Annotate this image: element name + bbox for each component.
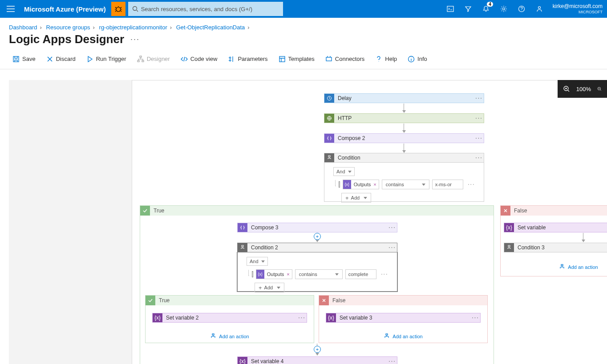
tenant-name: MICROSOFT: [553, 10, 603, 15]
breadcrumb: Dashboard› Resource groups› rg-objectrep…: [0, 18, 607, 31]
crumb-resource-groups[interactable]: Resource groups: [46, 24, 90, 31]
zoom-level: 100%: [576, 86, 591, 92]
crumb-logicapp[interactable]: Get-ObjectReplicationData: [176, 24, 245, 31]
svg-point-1: [133, 7, 137, 11]
add-row-button[interactable]: Add: [255, 283, 284, 292]
card-menu[interactable]: ···: [474, 154, 484, 162]
compose2-card[interactable]: Compose 2 ···: [324, 133, 484, 143]
condition3-card[interactable]: Condition 3: [504, 243, 607, 252]
zoom-out-icon[interactable]: [597, 85, 602, 92]
svg-rect-8: [138, 60, 139, 62]
title-more-menu[interactable]: ···: [130, 35, 140, 44]
help-icon[interactable]: [513, 0, 530, 18]
global-search[interactable]: Search resources, services, and docs (G+…: [128, 2, 283, 16]
zoom-in-icon[interactable]: [563, 85, 570, 92]
x-icon: [319, 296, 329, 305]
condition-group-operator[interactable]: And: [333, 167, 355, 176]
card-menu[interactable]: ···: [387, 244, 397, 252]
connectors-button[interactable]: Connectors: [325, 56, 364, 63]
insert-step-button[interactable]: +: [314, 233, 321, 240]
add-action-link[interactable]: Add an action: [145, 331, 314, 342]
remove-token-icon[interactable]: ×: [287, 272, 291, 277]
notification-badge: 4: [487, 2, 493, 7]
check-icon: [146, 296, 155, 305]
help-button[interactable]: Help: [375, 56, 397, 63]
card-menu[interactable]: ···: [297, 314, 307, 322]
arrow: [404, 124, 404, 132]
setvar4-card[interactable]: {x} Set variable 4 ···: [237, 356, 397, 364]
zoom-control[interactable]: 100%: [558, 80, 607, 98]
operator-select[interactable]: contains: [382, 180, 429, 189]
value-input[interactable]: complete: [345, 269, 376, 279]
card-menu[interactable]: ···: [387, 357, 397, 364]
operator-select[interactable]: contains: [295, 269, 343, 279]
designer-canvas[interactable]: 100% Delay ··· HTTP ··· Compose 2 ··· Co…: [9, 80, 607, 364]
row-menu[interactable]: ···: [379, 270, 390, 278]
preview-bug-icon[interactable]: [111, 2, 125, 16]
setvar3-card[interactable]: {x} Set variable 3 ···: [326, 313, 481, 323]
parameters-button[interactable]: Parameters: [228, 56, 267, 63]
arrow: [404, 144, 404, 152]
templates-button[interactable]: Templates: [279, 56, 315, 63]
settings-icon[interactable]: [495, 0, 513, 18]
svg-rect-7: [140, 56, 142, 57]
page-title: Logic Apps Designer: [9, 32, 124, 46]
svg-rect-11: [326, 57, 332, 61]
code-view-button[interactable]: Code view: [181, 56, 218, 63]
search-icon: [132, 6, 138, 12]
http-card[interactable]: HTTP ···: [324, 113, 484, 123]
condition2-card[interactable]: Condition 2 ···: [237, 243, 397, 252]
setvar-card[interactable]: {x} Set variable: [504, 223, 607, 232]
insert-step-button[interactable]: +: [314, 346, 321, 353]
row-checkbox[interactable]: [252, 271, 253, 277]
svg-rect-17: [328, 156, 330, 157]
designer-button: Designer: [137, 56, 170, 63]
account-info[interactable]: kirke@microsoft.com MICROSOFT: [548, 3, 607, 14]
add-row-button[interactable]: Add: [341, 193, 371, 203]
portal-brand[interactable]: Microsoft Azure (Preview): [21, 5, 111, 13]
condition-group-operator[interactable]: And: [247, 257, 268, 266]
value-input[interactable]: x-ms-or: [432, 180, 463, 189]
hamburger-menu[interactable]: [0, 0, 21, 18]
braces-icon: [238, 223, 247, 232]
svg-point-5: [538, 7, 540, 9]
outputs-pill[interactable]: {x}Outputs×: [256, 269, 292, 279]
notifications-icon[interactable]: 4: [477, 0, 495, 18]
globe-icon: [324, 114, 334, 123]
card-menu[interactable]: ···: [387, 224, 397, 232]
canvas-gutter: [9, 80, 132, 364]
add-action-link[interactable]: Add an action: [543, 261, 607, 273]
crumb-rg[interactable]: rg-objectreplicationmonitor: [99, 24, 167, 31]
condition2-body: And {x}Outputs× contains complete ··· Ad…: [237, 252, 397, 292]
search-placeholder: Search resources, services, and docs (G+…: [141, 6, 252, 12]
svg-rect-6: [13, 56, 19, 62]
condition-card[interactable]: Condition ···: [324, 153, 484, 163]
feedback-icon[interactable]: [530, 0, 548, 18]
discard-button[interactable]: Discard: [46, 56, 76, 63]
fork-icon: [324, 153, 334, 162]
crumb-dashboard[interactable]: Dashboard: [9, 24, 37, 31]
delay-card[interactable]: Delay ···: [324, 93, 484, 103]
add-action-link[interactable]: Add an action: [319, 331, 488, 342]
clock-icon: [324, 94, 334, 103]
row-menu[interactable]: ···: [466, 180, 477, 188]
outputs-pill[interactable]: {x}Outputs×: [343, 180, 379, 189]
directory-filter-icon[interactable]: [459, 0, 477, 18]
setvar2-card[interactable]: {x} Set variable 2 ···: [152, 313, 307, 323]
compose3-card[interactable]: Compose 3 ···: [237, 223, 397, 232]
row-checkbox[interactable]: [339, 181, 340, 188]
card-menu[interactable]: ···: [474, 114, 484, 122]
svg-rect-22: [561, 264, 563, 266]
svg-rect-18: [242, 245, 243, 247]
card-menu[interactable]: ···: [474, 134, 484, 142]
svg-point-3: [502, 8, 505, 10]
cloud-shell-icon[interactable]: [441, 0, 459, 18]
card-menu[interactable]: ···: [474, 94, 484, 102]
info-button[interactable]: Info: [408, 56, 427, 63]
remove-token-icon[interactable]: ×: [373, 182, 378, 187]
card-menu[interactable]: ···: [470, 314, 480, 322]
save-button[interactable]: Save: [12, 56, 36, 63]
run-trigger-button[interactable]: Run Trigger: [86, 56, 126, 63]
svg-point-0: [116, 7, 121, 12]
variable-icon: {x}: [153, 313, 162, 322]
